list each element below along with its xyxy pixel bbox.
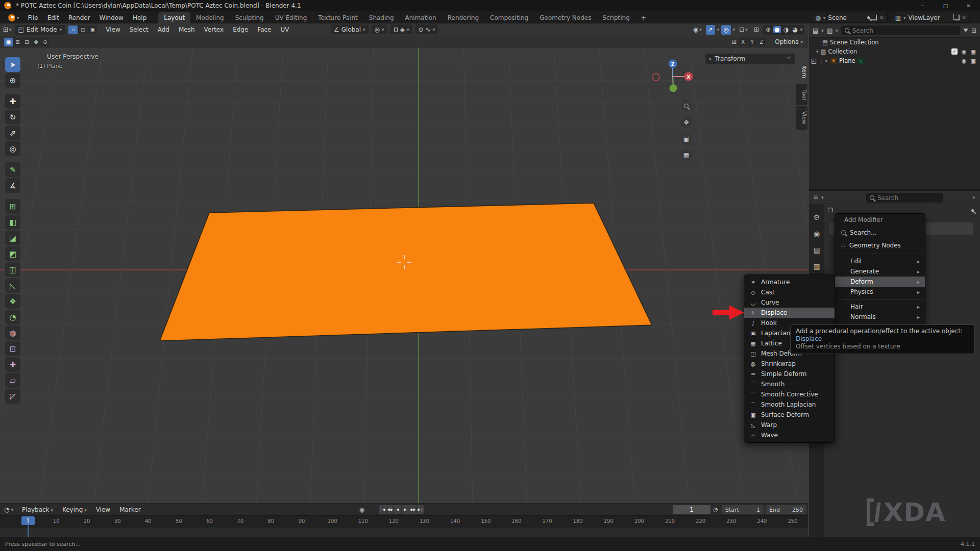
- select-option-0[interactable]: ▣: [4, 38, 13, 46]
- checkbox-icon[interactable]: ✓: [951, 48, 958, 55]
- workspace-tab-sculpting[interactable]: Sculpting: [230, 12, 270, 23]
- overlays-button[interactable]: ◎: [721, 25, 730, 35]
- expanded-icon[interactable]: ▾: [816, 49, 819, 54]
- menu-face[interactable]: Face: [253, 24, 276, 35]
- eye-icon[interactable]: ◉: [962, 58, 967, 64]
- workspace-tab-geometry-nodes[interactable]: Geometry Nodes: [534, 12, 597, 23]
- camera-visibility-icon[interactable]: ▣: [971, 58, 976, 64]
- snap-group[interactable]: Ω ◈ ▾: [390, 24, 412, 34]
- face-select-mode-button[interactable]: ▣: [88, 26, 97, 34]
- current-frame-field[interactable]: 1: [673, 505, 710, 514]
- shading-rendered-button[interactable]: ◕: [791, 26, 798, 33]
- tool-shrink-fatten[interactable]: ✚: [5, 357, 20, 372]
- playhead-frame-badge[interactable]: 1: [21, 516, 35, 525]
- proportional-edit-group[interactable]: ⊙ ∿ ▾: [415, 24, 438, 34]
- mode-dropdown[interactable]: ◰ Edit Mode ▾: [15, 25, 66, 35]
- chevron-down-icon[interactable]: ▾: [972, 195, 975, 200]
- workspace-tab-layout[interactable]: Layout: [158, 12, 190, 23]
- menu-marker[interactable]: Marker: [115, 504, 145, 515]
- tool-cursor[interactable]: ⊕: [5, 73, 20, 88]
- menu-item-search[interactable]: Search...: [835, 226, 925, 239]
- tool-bevel[interactable]: ◩: [5, 246, 20, 261]
- workspace-tab-rendering[interactable]: Rendering: [442, 12, 484, 23]
- workspace-tab-texture-paint[interactable]: Texture Paint: [312, 12, 363, 23]
- tool-rotate[interactable]: ↻: [5, 110, 20, 124]
- tool-annotate[interactable]: ✎: [5, 162, 20, 177]
- menu-item-geometry-nodes[interactable]: ∴ Geometry Nodes: [835, 239, 925, 252]
- end-frame-field[interactable]: End 250: [766, 505, 806, 514]
- maximize-button[interactable]: □: [934, 0, 957, 11]
- properties-search-input[interactable]: Search: [866, 193, 943, 203]
- toggle-perspective-button[interactable]: ▦: [680, 149, 692, 161]
- object-visibility-button[interactable]: ◉ ▾: [691, 25, 704, 35]
- pin-icon[interactable]: [867, 16, 870, 19]
- xray-dropdown[interactable]: ⊡ ▾: [737, 25, 750, 35]
- camera-visibility-icon[interactable]: ▣: [971, 48, 976, 55]
- shading-wireframe-button[interactable]: ⊕: [765, 26, 772, 33]
- tool-measure[interactable]: ∡: [5, 178, 20, 193]
- mirror-x-button[interactable]: X: [739, 38, 747, 46]
- menu-edge[interactable]: Edge: [228, 24, 253, 35]
- navigation-gizmo[interactable]: Z X: [649, 53, 696, 100]
- workspace-tab-shading[interactable]: Shading: [363, 12, 400, 23]
- timeline-track[interactable]: [0, 527, 808, 537]
- properties-tab-view-layer[interactable]: ▥: [813, 262, 820, 270]
- hamburger-icon[interactable]: ≡: [786, 55, 791, 62]
- menu-item-generate[interactable]: Generate▸: [835, 266, 925, 277]
- pin-icon[interactable]: [971, 209, 974, 212]
- tool-edge-slide[interactable]: ⊡: [5, 341, 20, 356]
- edge-select-mode-button[interactable]: ◫: [78, 26, 87, 34]
- timeline-editor-button[interactable]: ◔ ▾: [0, 506, 17, 513]
- outliner-editor-icon[interactable]: ▤: [813, 27, 818, 34]
- menu-uv[interactable]: UV: [276, 24, 293, 35]
- xray-toggle[interactable]: ⊞: [752, 25, 761, 35]
- mirror-z-button[interactable]: Z: [757, 38, 766, 46]
- menu-file[interactable]: File: [23, 12, 43, 23]
- tool-extrude-region[interactable]: ◧: [5, 215, 20, 230]
- gizmo-y-axis[interactable]: [670, 85, 677, 92]
- workspace-tab-uv-editing[interactable]: UV Editing: [270, 12, 313, 23]
- start-frame-field[interactable]: Start 1: [722, 505, 764, 514]
- menu-view[interactable]: View: [91, 504, 115, 515]
- filter-icon[interactable]: [963, 29, 968, 32]
- submenu-item-shrinkwrap[interactable]: ◍Shrinkwrap: [744, 359, 835, 369]
- play-forward-button[interactable]: ▶: [402, 505, 409, 514]
- display-mode-icon[interactable]: ▥: [827, 27, 832, 34]
- tool-knife[interactable]: ◺: [5, 278, 20, 293]
- workspace-tab-scripting[interactable]: Scripting: [597, 12, 635, 23]
- workspace-add-button[interactable]: +: [635, 12, 652, 23]
- gizmos-button[interactable]: ↗: [706, 25, 715, 35]
- menu-item-normals[interactable]: Normals▸: [835, 312, 925, 322]
- workspace-tab-animation[interactable]: Animation: [400, 12, 442, 23]
- outliner-row-plane[interactable]: ◰ ❘ ▸ ▼ Plane ▽ ◉ ▣: [809, 56, 980, 65]
- menu-playback[interactable]: Playback ▾: [17, 504, 58, 515]
- transform-panel-header[interactable]: ▸ Transform ≡: [705, 54, 795, 64]
- prev-keyframe-button[interactable]: ◀◆: [386, 505, 394, 514]
- menu-view[interactable]: View: [101, 24, 125, 35]
- properties-tab-render[interactable]: ◉: [814, 230, 820, 238]
- sidebar-tab-item[interactable]: Item: [796, 60, 807, 83]
- delete-scene-icon[interactable]: ✕: [879, 15, 884, 20]
- submenu-item-smooth[interactable]: ⌒Smooth: [744, 379, 835, 389]
- new-scene-icon[interactable]: [872, 15, 877, 20]
- submenu-item-simple-deform[interactable]: ≃Simple Deform: [744, 369, 835, 379]
- menu-item-edit[interactable]: Edit▸: [835, 256, 925, 266]
- view-layer-selector[interactable]: ▥ ▾ ViewLayer ✕: [892, 13, 970, 22]
- submenu-item-curve[interactable]: ◡Curve: [744, 297, 835, 308]
- tool-spin[interactable]: ◔: [5, 310, 20, 324]
- plane-mesh[interactable]: [160, 203, 652, 341]
- submenu-item-warp[interactable]: ◺Warp: [744, 420, 835, 430]
- menu-help[interactable]: Help: [128, 12, 151, 23]
- menu-select[interactable]: Select: [125, 24, 153, 35]
- submenu-item-cast[interactable]: ◇Cast: [744, 287, 835, 297]
- select-option-1[interactable]: ⊞: [13, 38, 22, 46]
- play-reverse-button[interactable]: ◀: [394, 505, 401, 514]
- outliner-search-input[interactable]: Search: [841, 26, 960, 35]
- shading-solid-button[interactable]: ●: [773, 26, 780, 33]
- collapsed-icon[interactable]: ▸: [826, 58, 828, 63]
- select-option-2[interactable]: ⊟: [22, 38, 31, 46]
- next-keyframe-button[interactable]: ◆▶: [409, 505, 416, 514]
- tool-inset-faces[interactable]: ◪: [5, 231, 20, 245]
- options-dropdown[interactable]: Options ▾: [775, 38, 803, 45]
- tool-add-cube[interactable]: ⊞: [5, 199, 20, 214]
